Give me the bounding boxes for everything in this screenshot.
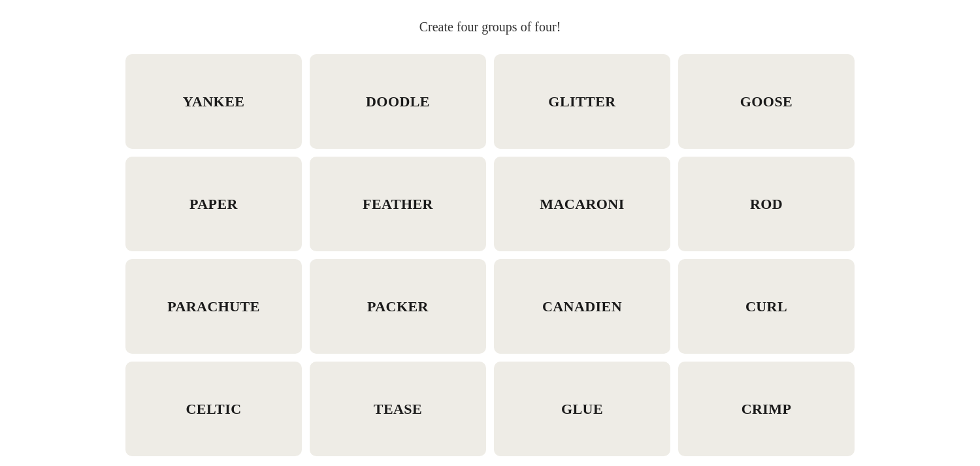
tile-label-goose: GOOSE	[740, 93, 792, 110]
tile-macaroni[interactable]: MACARONI	[494, 157, 670, 251]
tile-celtic[interactable]: CELTIC	[125, 362, 302, 456]
tile-label-glue: GLUE	[561, 401, 603, 418]
tile-canadien[interactable]: CANADIEN	[494, 259, 670, 354]
tile-glue[interactable]: GLUE	[494, 362, 670, 456]
tile-doodle[interactable]: DOODLE	[310, 54, 486, 149]
tile-label-doodle: DOODLE	[366, 93, 430, 110]
tile-curl[interactable]: CURL	[678, 259, 855, 354]
tile-parachute[interactable]: PARACHUTE	[125, 259, 302, 354]
word-grid: YANKEEDOODLEGLITTERGOOSEPAPERFEATHERMACA…	[125, 54, 855, 456]
tile-glitter[interactable]: GLITTER	[494, 54, 670, 149]
tile-tease[interactable]: TEASE	[310, 362, 486, 456]
tile-label-rod: ROD	[750, 196, 783, 213]
tile-label-parachute: PARACHUTE	[167, 298, 260, 315]
tile-rod[interactable]: ROD	[678, 157, 855, 251]
tile-crimp[interactable]: CRIMP	[678, 362, 855, 456]
tile-label-curl: CURL	[745, 298, 787, 315]
tile-yankee[interactable]: YANKEE	[125, 54, 302, 149]
tile-label-tease: TEASE	[374, 401, 422, 418]
tile-label-feather: FEATHER	[363, 196, 433, 213]
tile-paper[interactable]: PAPER	[125, 157, 302, 251]
tile-feather[interactable]: FEATHER	[310, 157, 486, 251]
tile-label-canadien: CANADIEN	[542, 298, 622, 315]
tile-label-macaroni: MACARONI	[540, 196, 624, 213]
tile-label-crimp: CRIMP	[742, 401, 792, 418]
tile-label-yankee: YANKEE	[183, 93, 245, 110]
tile-label-glitter: GLITTER	[548, 93, 615, 110]
tile-packer[interactable]: PACKER	[310, 259, 486, 354]
tile-label-celtic: CELTIC	[186, 401, 242, 418]
tile-label-packer: PACKER	[367, 298, 429, 315]
tile-goose[interactable]: GOOSE	[678, 54, 855, 149]
tile-label-paper: PAPER	[189, 196, 238, 213]
subtitle: Create four groups of four!	[419, 20, 561, 35]
